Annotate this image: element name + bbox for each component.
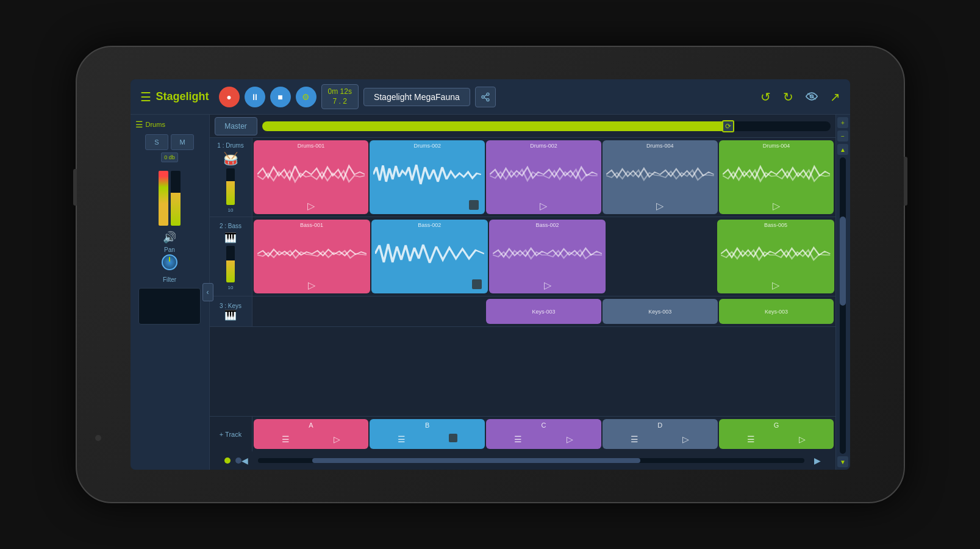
tracks-area[interactable]: 1 : Drums 🥁 10 Drums-001 [210,138,835,416]
svg-point-2 [487,98,489,101]
scene-menu-icon-b[interactable]: ☰ [398,434,406,444]
scene-stop-icon-b[interactable] [449,434,457,444]
svg-line-3 [484,98,487,99]
visibility-button[interactable] [806,90,818,104]
timeline-handle[interactable] [722,120,734,132]
scroll-left-button[interactable]: ◀ [241,456,248,465]
phone-device: ☰ Stagelight ● ⏸ ■ ⚙ 0m 12s 7 . 2 Stagel… [76,46,905,503]
track-row-drums: 1 : Drums 🥁 10 Drums-001 [210,138,835,217]
scene-play-icon-a[interactable]: ▷ [334,434,340,444]
clip-bass-001[interactable]: Bass-001 ▷ [254,220,370,293]
scrollbar-thumb-v [840,217,846,306]
add-track-button[interactable]: + Track [210,417,252,451]
power-button[interactable] [904,157,907,206]
scene-menu-icon-d[interactable]: ☰ [631,434,638,444]
app-title: Stagelight [156,90,209,103]
track-name-keys: 3 : Keys [220,303,241,309]
clip-drums-002-active[interactable]: Drums-002 [370,140,485,214]
sequencer: Master 1 : Drums 🥁 [210,115,835,470]
expand-button[interactable]: ↗ [830,90,840,104]
main-content: ☰ Drums S M 0 db [131,115,850,470]
right-scroll-panel: + − ▲ ▼ [835,115,850,470]
track-row-bass: 2 : Bass 🎹 10 Bass-001 [210,217,835,296]
top-right-tools: ↺ ↻ ↗ [760,90,840,104]
track-row-keys: 3 : Keys 🎹 Keys-003 Keys-003 [210,296,835,327]
nav-dot-1[interactable] [224,458,231,464]
zoom-out-button[interactable]: − [837,131,848,142]
db-label: 0 db [161,152,178,162]
bass-icon: 🎹 [224,232,237,243]
keys-icon: 🎹 [224,309,237,321]
fader-area [159,165,181,226]
scene-clip-a[interactable]: A ☰ ▷ [254,419,369,449]
track-header-keys: 3 : Keys 🎹 [210,296,252,326]
filter-pad[interactable] [138,288,201,325]
clip-empty [607,220,716,293]
horizontal-scrollbar[interactable] [258,458,804,463]
clip-keys-003-purple[interactable]: Keys-003 [486,299,601,324]
mute-button[interactable]: M [171,134,194,150]
clip-bass-002-purple[interactable]: Bass-002 ▷ [489,220,606,293]
stop-button[interactable]: ■ [270,87,291,107]
scene-play-icon-d[interactable]: ▷ [682,434,689,444]
pan-section: Pan [135,246,204,271]
sidebar-header: ☰ Drums [135,120,204,129]
pan-knob[interactable] [162,254,177,270]
fader-track[interactable] [159,171,168,226]
zoom-in-button[interactable]: + [837,117,848,128]
scroll-up-button[interactable]: ▲ [837,144,848,155]
scene-clip-g[interactable]: G ☰ ▷ [719,419,834,449]
channel-buttons: S M [135,134,204,150]
nav-dots [224,458,241,464]
sidebar: ☰ Drums S M 0 db [131,115,210,470]
menu-icon[interactable]: ☰ [140,90,151,104]
project-name: Stagelight MegaFauna [363,88,470,106]
track-header-bass: 2 : Bass 🎹 10 [210,217,252,296]
track-clips-keys: Keys-003 Keys-003 Keys-003 [252,296,835,326]
record-button[interactable]: ● [219,87,240,107]
undo-button[interactable]: ↺ [760,90,771,104]
track-header-drums: 1 : Drums 🥁 10 [210,138,252,217]
clip-drums-002-purple[interactable]: Drums-002 ▷ [486,140,601,214]
clip-keys-003-slate[interactable]: Keys-003 [603,299,718,324]
top-bar: ☰ Stagelight ● ⏸ ■ ⚙ 0m 12s 7 . 2 Stagel… [131,79,850,115]
nav-dot-2[interactable] [235,458,241,464]
scene-clip-b[interactable]: B ☰ [370,419,485,449]
clip-drums-004-green[interactable]: Drums-004 ▷ [719,140,834,214]
time-display: 0m 12s 7 . 2 [321,84,359,109]
solo-button[interactable]: S [145,134,168,150]
track-clips-drums: Drums-001 ▷ [252,138,835,217]
pause-button[interactable]: ⏸ [245,87,265,107]
clip-bass-002-active[interactable]: Bass-002 [371,220,488,293]
scroll-right-button[interactable]: ▶ [814,456,821,465]
scene-clip-d[interactable]: D ☰ ▷ [603,419,718,449]
scene-menu-icon-c[interactable]: ☰ [514,434,522,444]
redo-button[interactable]: ↻ [783,90,793,104]
svg-point-0 [487,93,489,95]
clip-keys-003-green[interactable]: Keys-003 [719,299,834,324]
timeline-bar[interactable] [262,121,831,131]
scroll-down-button[interactable]: ▼ [837,456,848,467]
filter-label: Filter [163,276,176,283]
bottom-nav: ◀ ▶ [210,451,835,470]
clip-drums-004-slate[interactable]: Drums-004 ▷ [603,140,718,214]
speaker-icon: 🔊 [163,231,176,244]
drums-icon: 🥁 [223,151,238,166]
timeline-progress [262,121,728,131]
phone-screen: ☰ Stagelight ● ⏸ ■ ⚙ 0m 12s 7 . 2 Stagel… [131,79,850,470]
clip-drums-001[interactable]: Drums-001 ▷ [254,140,369,214]
clip-bass-005[interactable]: Bass-005 ▷ [717,220,834,293]
scene-play-icon-c[interactable]: ▷ [567,434,573,444]
collapse-sidebar-button[interactable]: ‹ [202,283,213,301]
settings-button[interactable]: ⚙ [296,87,317,107]
phone-dot [95,435,101,441]
scene-menu-icon-g[interactable]: ☰ [747,434,755,444]
share-button[interactable] [475,87,496,107]
master-button[interactable]: Master [215,117,257,135]
scene-menu-icon-a[interactable]: ☰ [282,434,290,444]
scene-clip-c[interactable]: C ☰ ▷ [486,419,601,449]
svg-point-1 [482,96,484,98]
scene-play-icon-g[interactable]: ▷ [799,434,806,444]
vertical-scrollbar[interactable] [840,157,846,454]
volume-button[interactable] [73,169,77,206]
